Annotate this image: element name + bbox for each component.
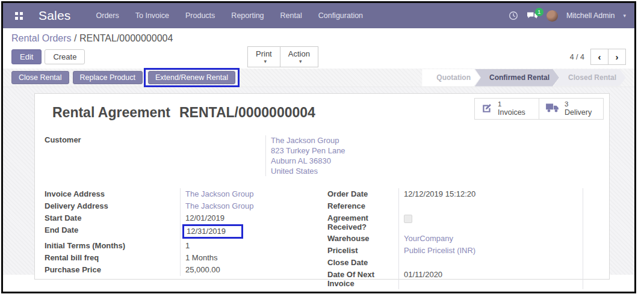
chevron-down-icon: ▾: [291, 58, 310, 64]
field-row-order-date: Order Date12/12/2019 15:12:20: [327, 188, 583, 200]
replace-product-button[interactable]: Replace Product: [73, 71, 143, 84]
menu-item-to-invoice[interactable]: To Invoice: [135, 11, 169, 20]
field-row-warehouse: WarehouseYourCompany: [327, 233, 583, 245]
invoice-address-link[interactable]: The Jackson Group: [185, 189, 253, 198]
field-label: Purchase Price: [45, 264, 180, 276]
field-label: Warehouse: [327, 233, 398, 245]
action-dropdown[interactable]: Action▾: [280, 46, 318, 67]
status-bar: Close RentalReplace ProductExtend/Renew …: [3, 69, 634, 87]
field-row-agreement-received: Agreement Received?: [327, 212, 583, 233]
invoices-stat-button[interactable]: 1Invoices: [474, 98, 539, 120]
breadcrumb-parent-link[interactable]: Rental Orders: [11, 33, 72, 43]
field-value-close-date: [398, 257, 583, 269]
field-label: End Date: [45, 224, 180, 240]
field-label: Agreement Received?: [327, 212, 398, 233]
messages-icon[interactable]: 1: [527, 11, 538, 20]
pager-previous-button[interactable]: ‹: [590, 49, 608, 65]
close-rental-button[interactable]: Close Rental: [11, 71, 69, 84]
field-label: Initial Terms (Months): [45, 240, 180, 252]
agreement-received-checkbox[interactable]: [404, 215, 412, 223]
menu-item-orders[interactable]: Orders: [96, 11, 119, 20]
form-sheet: 1Invoices3Delivery Rental Agreement RENT…: [34, 93, 610, 280]
menu-item-reporting[interactable]: Reporting: [231, 11, 264, 20]
customer-row: Customer The Jackson Group823 Turkey Pen…: [45, 135, 599, 176]
stage-quotation[interactable]: Quotation: [422, 69, 480, 87]
customer-address-line[interactable]: 823 Turkey Pen Lane: [271, 145, 345, 156]
control-panel: Rental Orders / RENTAL/0000000004 Edit C…: [3, 28, 634, 69]
field-row-purchase-price: Purchase Price25,000.00: [45, 264, 323, 276]
field-value-order-date: 12/12/2019 15:12:20: [398, 188, 583, 200]
field-row-date-of-next-invoice: Date Of Next Invoice01/11/2020: [327, 269, 583, 289]
customer-address: The Jackson Group823 Turkey Pen LaneAubu…: [265, 135, 345, 176]
menu-item-rental[interactable]: Rental: [280, 11, 302, 20]
field-value-initial-terms-months: 1: [180, 240, 323, 252]
workflow-buttons: Close RentalReplace ProductExtend/Renew …: [11, 71, 240, 84]
field-label: Date Of Next Invoice: [327, 269, 398, 289]
highlight-box: 12/31/2019: [182, 224, 243, 239]
app-name[interactable]: Sales: [39, 8, 71, 23]
field-row-invoice-address: Invoice AddressThe Jackson Group: [45, 188, 323, 200]
field-row-delivery-address: Delivery AddressThe Jackson Group: [45, 200, 323, 212]
chevron-down-icon: ▾: [259, 58, 272, 64]
field-value-start-date: 12/01/2019: [180, 212, 323, 224]
title-label: Rental Agreement: [52, 105, 170, 121]
topbar-right: 1 Mitchell Admin ▾: [509, 10, 626, 22]
field-value-pricelist: Public Pricelist (INR): [398, 245, 583, 257]
create-button[interactable]: Create: [45, 49, 85, 64]
app-window: Sales OrdersTo InvoiceProductsReportingR…: [1, 1, 636, 293]
apps-grid-icon[interactable]: [15, 12, 23, 20]
delivery-address-link[interactable]: The Jackson Group: [185, 201, 253, 210]
breadcrumb-separator: /: [74, 33, 76, 43]
warehouse-link[interactable]: YourCompany: [404, 234, 453, 243]
top-menu: OrdersTo InvoiceProductsReportingRentalC…: [96, 11, 364, 20]
user-menu[interactable]: Mitchell Admin: [566, 11, 615, 20]
edit-button[interactable]: Edit: [11, 49, 42, 64]
pager-next-button[interactable]: ›: [608, 49, 626, 65]
field-value-end-date: 12/31/2019: [180, 224, 323, 240]
message-count-badge: 1: [535, 8, 543, 16]
customer-address-line[interactable]: Auburn AL 36830: [271, 156, 345, 166]
control-panel-buttons: Edit Create Print▾ Action▾ 4 / 4 ‹ ›: [11, 49, 626, 65]
right-field-group: Order Date12/12/2019 15:12:20ReferenceAg…: [327, 188, 583, 289]
field-value-purchase-price: 25,000.00: [180, 264, 323, 276]
left-field-group: Invoice AddressThe Jackson GroupDelivery…: [45, 188, 323, 289]
field-row-initial-terms-months: Initial Terms (Months)1: [45, 240, 323, 252]
delivery-stat-button[interactable]: 3Delivery: [539, 98, 604, 120]
form-view-background: 1Invoices3Delivery Rental Agreement RENT…: [3, 87, 634, 275]
customer-address-line[interactable]: United States: [271, 166, 345, 176]
menu-item-products[interactable]: Products: [185, 11, 215, 20]
extend-renew-rental-button[interactable]: Extend/Renew Rental: [148, 71, 235, 84]
activities-clock-icon[interactable]: [509, 11, 518, 20]
field-row-pricelist: PricelistPublic Pricelist (INR): [327, 245, 583, 257]
menu-item-configuration[interactable]: Configuration: [318, 11, 363, 20]
stage-pipeline: QuotationConfirmed RentalClosed Rental: [422, 69, 626, 87]
field-label: Order Date: [327, 188, 398, 200]
field-text: 1 Months: [185, 253, 217, 262]
stage-closed-rental[interactable]: Closed Rental: [554, 69, 626, 87]
breadcrumb-current: RENTAL/0000000004: [79, 33, 173, 43]
field-text: 12/12/2019 15:12:20: [404, 189, 475, 198]
field-value-reference: [398, 200, 583, 212]
field-label: Rental bill freq: [45, 252, 180, 264]
field-label: Close Date: [327, 257, 398, 269]
pricelist-link[interactable]: Public Pricelist (INR): [404, 246, 475, 255]
invoice-edit-icon: [481, 103, 493, 115]
field-row-end-date: End Date12/31/2019: [45, 224, 323, 240]
field-value-warehouse: YourCompany: [398, 233, 583, 245]
truck-icon: [545, 103, 560, 115]
stage-confirmed-rental[interactable]: Confirmed Rental: [475, 69, 559, 87]
field-row-start-date: Start Date12/01/2019: [45, 212, 323, 224]
print-dropdown[interactable]: Print▾: [247, 46, 280, 67]
field-label: Pricelist: [327, 245, 398, 257]
customer-label: Customer: [45, 135, 265, 176]
field-label: Reference: [327, 200, 398, 212]
field-label: Invoice Address: [45, 188, 180, 200]
customer-address-line[interactable]: The Jackson Group: [271, 135, 345, 145]
field-value-agreement-received: [398, 212, 583, 233]
top-navbar: Sales OrdersTo InvoiceProductsReportingR…: [3, 3, 634, 28]
print-action-group: Print▾ Action▾: [247, 46, 318, 67]
stat-buttons: 1Invoices3Delivery: [474, 98, 604, 120]
chevron-down-icon: ▾: [623, 13, 626, 19]
field-row-reference: Reference: [327, 200, 583, 212]
avatar: [546, 10, 558, 22]
